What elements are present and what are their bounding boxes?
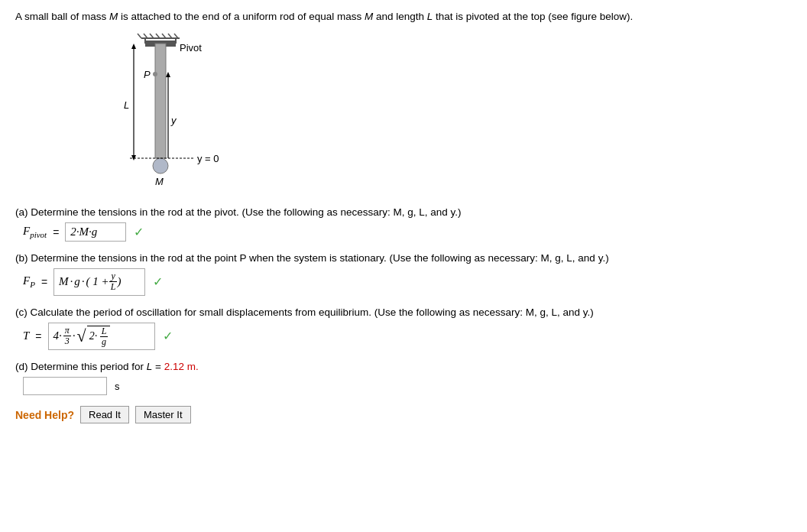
part-a-label: (a) Determine the tensions in the rod at…	[15, 206, 792, 218]
part-a-equals-sign: =	[53, 226, 59, 238]
part-a: (a) Determine the tensions in the rod at…	[15, 206, 792, 242]
part-b-label: (b) Determine the tensions in the rod at…	[15, 252, 792, 264]
part-b-math: M·g· ( 1 + y L )	[59, 271, 121, 292]
svg-text:Pivot: Pivot	[180, 42, 202, 54]
svg-marker-17	[131, 44, 136, 49]
part-c: (c) Calculate the period of oscillation …	[15, 307, 792, 350]
part-a-answer-box: 2·M·g	[65, 222, 126, 242]
svg-text:y = 0: y = 0	[197, 153, 219, 164]
part-b-answer-box: M·g· ( 1 + y L )	[53, 268, 145, 295]
part-d-answer-row: s	[23, 377, 792, 395]
physics-figure: Pivot P L y y = 0 M	[76, 32, 245, 193]
read-it-button[interactable]: Read It	[80, 406, 129, 423]
part-b-variable: FP	[23, 274, 35, 289]
part-c-answer-box: 4· π 3 · √ 2· L g	[48, 323, 155, 350]
svg-text:P: P	[144, 69, 151, 80]
svg-text:L: L	[124, 99, 129, 111]
part-b-answer-row: FP = M·g· ( 1 + y L ) ✓	[23, 268, 792, 295]
part-a-variable: Fpivot	[23, 225, 47, 239]
part-c-equals-sign: =	[35, 330, 41, 342]
part-b: (b) Determine the tensions in the rod at…	[15, 252, 792, 295]
part-d-label: (d) Determine this period for L = 2.12 m…	[15, 361, 792, 372]
svg-rect-11	[155, 44, 166, 158]
need-help-label: Need Help?	[15, 409, 74, 421]
problem-intro: A small ball of mass M is attached to th…	[15, 9, 792, 24]
part-d: (d) Determine this period for L = 2.12 m…	[15, 361, 792, 395]
part-d-input[interactable]	[23, 377, 107, 395]
need-help-section: Need Help? Read It Master It	[15, 406, 792, 423]
part-c-variable: T	[23, 329, 29, 342]
part-c-answer-row: T = 4· π 3 · √ 2· L g	[23, 323, 792, 350]
svg-marker-21	[166, 72, 170, 77]
part-c-label: (c) Calculate the period of oscillation …	[15, 307, 792, 318]
part-a-math: 2·M·g	[70, 225, 97, 238]
part-d-unit: s	[115, 381, 120, 392]
part-c-math: 4· π 3 · √ 2· L g	[53, 326, 111, 347]
svg-point-12	[153, 158, 168, 174]
master-it-button[interactable]: Master It	[135, 406, 191, 423]
figure-container: Pivot P L y y = 0 M	[76, 32, 792, 193]
part-a-checkmark: ✓	[134, 225, 144, 239]
part-a-answer-row: Fpivot = 2·M·g ✓	[23, 222, 792, 242]
part-c-checkmark: ✓	[163, 329, 173, 343]
svg-point-14	[153, 72, 157, 76]
part-b-checkmark: ✓	[153, 274, 163, 289]
svg-text:M: M	[155, 176, 164, 187]
part-b-equals-sign: =	[41, 276, 47, 288]
svg-line-4	[138, 34, 141, 38]
svg-text:y: y	[170, 115, 177, 126]
